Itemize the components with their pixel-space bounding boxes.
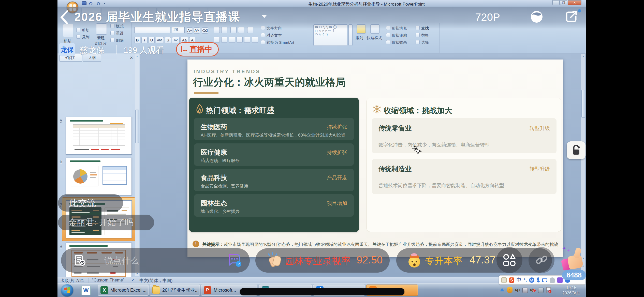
hot-sectors-panel: 热门领域：需求旺盛 生物医药 持续扩张 AI+医疗、创新药研发、医疗器械等领域需… [189, 98, 359, 232]
powerpoint-icon: P [204, 286, 211, 294]
slides-panel: 幻灯片 大纲 ✕ 5 6 [57, 53, 140, 277]
redo-icon[interactable] [96, 1, 101, 5]
quick-styles-label[interactable]: 快速样式 [367, 36, 382, 40]
sparkle-icon [567, 249, 570, 252]
shrink-item-desc: 数字化冲击，岗位减少，向医药连锁、电商运营转型 [378, 142, 490, 148]
action-label: 园林专业录视率 [285, 255, 351, 268]
replace-icon[interactable] [416, 33, 420, 37]
qat-dropdown-icon[interactable]: ▾ [104, 1, 108, 5]
copy-icon[interactable] [76, 35, 80, 39]
live-status-badge: 直播中 [176, 42, 219, 56]
arrange-label[interactable]: 排列 [356, 36, 363, 40]
new-slide-label-1[interactable]: 新建 [97, 36, 105, 40]
shrink-header: 收缩领域：挑战加大 [384, 106, 452, 116]
taskbar-button-folder[interactable]: 26届毕业生就业... [150, 285, 200, 296]
chat-message-text: 此交流 [69, 197, 96, 209]
language-indicator[interactable]: 中文(简体，中国) [139, 278, 172, 284]
ime-keyboard-icon[interactable] [542, 278, 547, 282]
shape-outline-icon[interactable] [386, 33, 390, 37]
close-button[interactable]: ✕ [568, 0, 581, 5]
show-hidden-icons[interactable] [500, 288, 504, 291]
printer-icon[interactable] [522, 288, 528, 293]
action-value: 47.37 [470, 254, 496, 266]
reset-label[interactable]: 重设 [116, 31, 124, 36]
hot-item-desc: AI+医疗、创新药研发、医疗器械等领域需求增长，60%企业计划加大AI投资 [201, 132, 345, 138]
slide-thumbnail-6[interactable] [66, 158, 132, 195]
ime-tray-icon[interactable] [501, 277, 507, 283]
chat-input[interactable] [104, 254, 200, 266]
reset-icon[interactable] [110, 31, 114, 35]
copy-label[interactable]: 复制 [82, 35, 90, 39]
link-button[interactable] [529, 247, 554, 273]
shrink-item-tag: 转型升级 [530, 125, 550, 132]
security-bag-icon[interactable]: ! [507, 287, 513, 293]
hot-item-name: 食品科技 [201, 173, 227, 182]
shape-effects-icon[interactable] [386, 40, 390, 44]
taskbar-button-excel[interactable]: X Microsoft Excel ... [98, 285, 149, 296]
sogou-logo-icon[interactable]: S [509, 277, 514, 283]
volume-icon[interactable] [515, 288, 520, 293]
canvas-scroll-thumb[interactable] [581, 90, 585, 118]
hot-item-tag: 项目增加 [327, 200, 347, 207]
maximize-button[interactable]: ❐ [560, 0, 567, 5]
quality-label[interactable]: 720P [475, 11, 500, 23]
muted-speaker-icon[interactable]: ⃠ [530, 287, 536, 293]
replace-label[interactable]: 替换 [421, 33, 429, 38]
ime-punct-icon[interactable]: °, [524, 277, 527, 283]
action-center-flag-icon[interactable]: x [546, 287, 551, 293]
lock-button[interactable] [567, 141, 586, 159]
live-bars-icon [181, 46, 187, 52]
share-icon[interactable] [565, 10, 578, 24]
ime-chinese-icon[interactable]: 中 [517, 277, 521, 283]
shrink-item-desc: 普通技术岗位需求下降，需要向智能制造、自动化方向转型 [378, 182, 504, 189]
ime-person-icon[interactable] [550, 277, 555, 283]
display-icon[interactable] [538, 288, 544, 293]
apps-grid-button[interactable] [496, 247, 522, 273]
message-list-icon[interactable] [74, 254, 86, 268]
title-caret-icon[interactable] [261, 15, 267, 18]
sparkle-icon [562, 246, 566, 250]
chat-bubble-icon[interactable]: ? [227, 253, 242, 269]
panel-scrollbar[interactable]: ▲ ▼ [135, 54, 139, 276]
streamer-badge[interactable]: 龙保 [59, 43, 75, 56]
cut-label[interactable]: 剪切 [82, 28, 90, 33]
thumb-number: 6 [60, 159, 65, 165]
word-icon[interactable]: W [81, 286, 91, 295]
scroll-up-icon[interactable]: ▲ [581, 54, 585, 58]
slide-thumbnail-5[interactable] [66, 117, 132, 155]
link-icon [535, 253, 548, 267]
spellcheck-icon[interactable]: ✓ [131, 277, 135, 283]
save-icon[interactable] [82, 1, 86, 5]
cut-icon[interactable] [76, 28, 80, 32]
hot-item-desc: 药店连锁、医疗服务 [201, 158, 240, 164]
clock-date: 2026/3/11 [561, 290, 581, 296]
slide-canvas: INDUSTRY TRENDS 行业分化：冰火两重天的就业格局 热门领域：需求旺… [140, 53, 586, 277]
clock-time: 19:15 [561, 285, 581, 290]
hot-item: 医疗健康 持续扩张 药店连锁、医疗服务 [194, 143, 354, 166]
back-icon[interactable] [60, 10, 69, 25]
moon-icon[interactable] [530, 10, 543, 23]
align-text-label[interactable]: 对齐文本 [267, 33, 282, 38]
select-label[interactable]: 选择 [421, 40, 429, 45]
canvas-scrollbar[interactable]: ▲ ▼ ⏶ ⏷ [581, 54, 586, 276]
align-text-icon[interactable] [261, 33, 265, 37]
minimize-button[interactable]: — [552, 0, 560, 5]
undo-icon[interactable] [89, 1, 93, 5]
ime-emoji-icon[interactable] [529, 277, 534, 283]
composer-bar[interactable]: ? [61, 248, 250, 273]
tip-divider [189, 238, 561, 238]
streamer-name[interactable]: 慈龙保 [80, 45, 104, 56]
shape-effects-label[interactable]: 形状效果 [392, 40, 407, 45]
taskbar-clock[interactable]: 19:15 2026/3/11 [561, 285, 581, 296]
shape-outline-label[interactable]: 形状轮廓 [392, 33, 407, 38]
action-button-1[interactable]: 园林专业录视率 92.50 [255, 248, 390, 273]
ime-skin-icon[interactable] [557, 277, 563, 283]
action-label: 专升本率 [425, 255, 462, 268]
ime-mic-icon[interactable] [537, 277, 540, 283]
start-button[interactable] [61, 284, 73, 296]
select-icon[interactable] [416, 40, 420, 44]
hot-item: 生物医药 持续扩张 AI+医疗、创新药研发、医疗器械等领域需求增长，60%企业计… [194, 118, 354, 140]
like-button[interactable] [562, 246, 586, 271]
chat-message: 此交流 [58, 194, 123, 212]
panel-scroll-thumb[interactable] [135, 110, 139, 143]
